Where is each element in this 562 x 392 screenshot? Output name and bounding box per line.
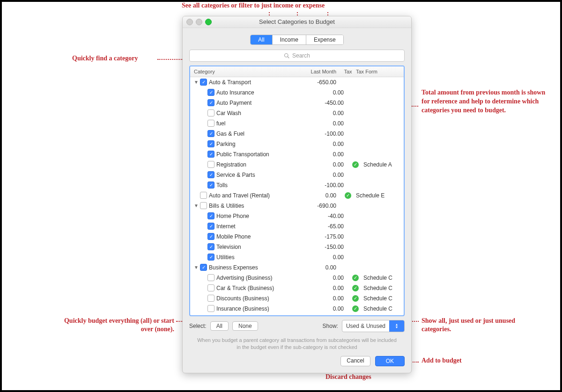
table-row[interactable]: fuel0.00 (190, 118, 404, 129)
tax-form-value: Schedule E (356, 192, 400, 199)
table-row[interactable]: Parking0.00 (190, 139, 404, 149)
table-row[interactable]: Internet-65.00 (190, 221, 404, 232)
table-row[interactable]: Registration0.00Schedule A (190, 160, 404, 170)
category-label: Car Wash (216, 110, 241, 116)
tax-check-icon (352, 275, 359, 281)
category-checkbox[interactable] (207, 171, 214, 178)
tax-form-value: Schedule C (363, 275, 400, 281)
last-month-value: -690.00 (296, 203, 340, 209)
table-row[interactable]: Insurance (Business)0.00Schedule C (190, 304, 404, 314)
category-label: fuel (216, 120, 225, 127)
select-all-button[interactable]: All (210, 321, 229, 331)
table-row[interactable]: Public Transportation0.00 (190, 149, 404, 160)
tax-check-icon (352, 285, 359, 291)
category-label: Utilities (216, 254, 235, 261)
category-checkbox[interactable] (207, 254, 214, 261)
last-month-value: -100.00 (303, 182, 348, 189)
last-month-value: -65.00 (303, 223, 348, 230)
category-checkbox[interactable] (207, 284, 214, 291)
svg-line-1 (288, 57, 289, 58)
category-checkbox[interactable] (207, 140, 214, 147)
tax-form-value: Schedule C (363, 305, 400, 312)
category-checkbox[interactable] (207, 151, 214, 158)
category-checkbox[interactable] (207, 223, 214, 230)
last-month-value: -40.00 (303, 213, 348, 219)
table-row[interactable]: Auto and Travel (Rental)0.00Schedule E (190, 190, 404, 201)
last-month-value: 0.00 (303, 89, 348, 96)
select-none-button[interactable]: None (232, 321, 258, 331)
zoom-icon[interactable] (205, 19, 212, 25)
col-last-month[interactable]: Last Month (296, 69, 340, 74)
category-checkbox[interactable] (200, 202, 207, 209)
minimize-icon[interactable] (196, 19, 202, 25)
show-popup[interactable]: Used & Unused ▲▼ (342, 320, 405, 332)
category-checkbox[interactable] (200, 264, 207, 271)
table-row[interactable]: Utilities0.00 (190, 252, 404, 262)
disclosure-triangle-icon[interactable]: ▼ (194, 203, 198, 208)
category-checkbox[interactable] (207, 161, 214, 168)
col-tax-form[interactable]: Tax Form (356, 69, 400, 74)
category-checkbox[interactable] (207, 295, 214, 302)
category-label: Internet (216, 223, 236, 230)
category-label: Television (216, 244, 241, 250)
category-checkbox[interactable] (200, 192, 207, 199)
filter-segmented-control: AllIncomeExpense (183, 35, 411, 45)
table-row[interactable]: ▼Auto & Transport-650.00 (190, 77, 404, 87)
show-label: Show: (323, 323, 338, 329)
category-checkbox[interactable] (207, 243, 214, 250)
table-row[interactable]: ▼Bills & Utilities-690.00 (190, 201, 404, 211)
category-checkbox[interactable] (207, 212, 214, 219)
table-row[interactable]: Discounts (Business)0.00Schedule C (190, 293, 404, 304)
table-row[interactable]: Television-150.00 (190, 242, 404, 252)
category-checkbox[interactable] (207, 274, 214, 281)
filter-tab-income[interactable]: Income (272, 35, 306, 44)
category-checkbox[interactable] (200, 79, 207, 86)
search-input[interactable]: Search (189, 50, 405, 62)
category-label: Bills & Utilities (209, 203, 244, 209)
table-row[interactable]: Car & Truck (Business)0.00Schedule C (190, 283, 404, 293)
cancel-button[interactable]: Cancel (340, 356, 370, 366)
table-row[interactable]: Home Phone-40.00 (190, 211, 404, 221)
hint-text: When you budget a parent category all tr… (183, 336, 411, 351)
table-row[interactable]: Auto Insurance0.00 (190, 87, 404, 98)
category-checkbox[interactable] (207, 305, 214, 312)
table-row[interactable]: Car Wash0.00 (190, 108, 404, 118)
search-icon (284, 53, 289, 58)
category-checkbox[interactable] (207, 130, 214, 137)
table-row[interactable]: Auto Payment-450.00 (190, 98, 404, 108)
ok-button[interactable]: OK (375, 356, 405, 366)
disclosure-triangle-icon[interactable]: ▼ (194, 80, 198, 85)
table-row[interactable]: Meals & Entertainment (Busi0.00Schedule … (190, 314, 404, 315)
table-row[interactable]: Service & Parts0.00 (190, 170, 404, 180)
category-checkbox[interactable] (207, 99, 214, 106)
tax-form-value: Schedule C (363, 285, 400, 291)
svg-point-0 (284, 54, 288, 58)
last-month-value: 0.00 (303, 295, 348, 302)
category-table: Category Last Month Tax Tax Form ▼Auto &… (189, 65, 405, 316)
category-checkbox[interactable] (207, 181, 214, 189)
table-row[interactable]: Mobile Phone-175.00 (190, 232, 404, 242)
category-checkbox[interactable] (207, 89, 214, 96)
table-row[interactable]: Advertising (Business)0.00Schedule C (190, 273, 404, 283)
filter-tab-expense[interactable]: Expense (306, 35, 343, 44)
category-label: Insurance (Business) (216, 305, 269, 312)
category-checkbox[interactable] (207, 109, 214, 116)
close-icon[interactable] (186, 19, 193, 25)
category-checkbox[interactable] (207, 233, 214, 240)
category-label: Gas & Fuel (216, 131, 244, 137)
last-month-value: 0.00 (303, 305, 348, 312)
titlebar: Select Categories to Budget (183, 16, 411, 28)
category-label: Car & Truck (Business) (216, 285, 274, 291)
disclosure-triangle-icon[interactable]: ▼ (194, 265, 198, 270)
filter-tab-all[interactable]: All (251, 35, 272, 44)
category-checkbox[interactable] (207, 120, 214, 127)
last-month-value: 0.00 (303, 141, 348, 147)
table-row[interactable]: Tolls-100.00 (190, 180, 404, 190)
table-row[interactable]: ▼Business Expenses0.00 (190, 262, 404, 273)
category-label: Home Phone (216, 213, 249, 219)
col-category[interactable]: Category (194, 69, 296, 74)
col-tax[interactable]: Tax (340, 69, 356, 74)
chevron-updown-icon: ▲▼ (389, 320, 404, 332)
last-month-value: 0.00 (303, 161, 348, 168)
table-row[interactable]: Gas & Fuel-100.00 (190, 129, 404, 139)
